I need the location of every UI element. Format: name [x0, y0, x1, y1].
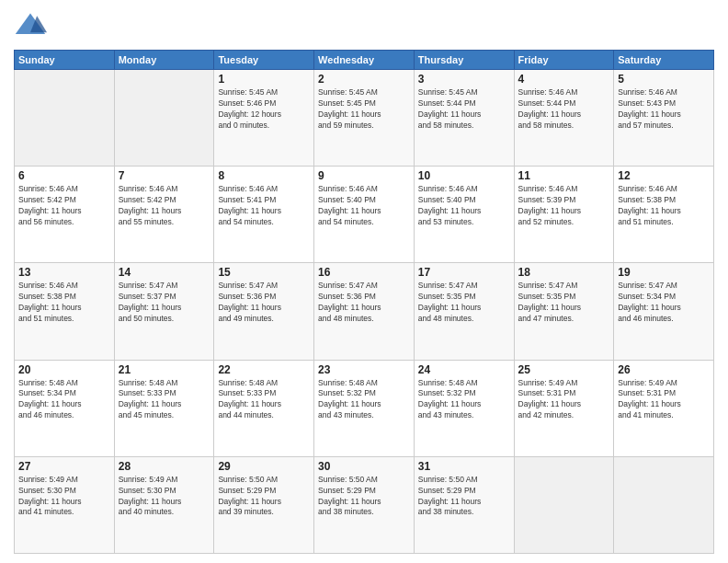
- day-info: Sunrise: 5:48 AM Sunset: 5:32 PM Dayligh…: [418, 378, 510, 422]
- day-number: 10: [418, 169, 510, 182]
- day-number: 23: [318, 363, 410, 376]
- calendar-cell: 22Sunrise: 5:48 AM Sunset: 5:33 PM Dayli…: [214, 360, 314, 456]
- calendar-cell: 17Sunrise: 5:47 AM Sunset: 5:35 PM Dayli…: [414, 263, 514, 360]
- day-info: Sunrise: 5:49 AM Sunset: 5:31 PM Dayligh…: [518, 378, 610, 422]
- day-info: Sunrise: 5:46 AM Sunset: 5:38 PM Dayligh…: [618, 184, 710, 228]
- day-number: 15: [218, 266, 310, 279]
- day-info: Sunrise: 5:48 AM Sunset: 5:34 PM Dayligh…: [18, 378, 110, 422]
- day-info: Sunrise: 5:45 AM Sunset: 5:45 PM Dayligh…: [318, 87, 410, 132]
- day-info: Sunrise: 5:48 AM Sunset: 5:33 PM Dayligh…: [119, 378, 210, 422]
- weekday-header-saturday: Saturday: [614, 51, 714, 70]
- day-info: Sunrise: 5:48 AM Sunset: 5:32 PM Dayligh…: [318, 378, 410, 422]
- day-number: 18: [518, 266, 610, 279]
- calendar-table: SundayMondayTuesdayWednesdayThursdayFrid…: [14, 50, 714, 554]
- calendar-cell: 1Sunrise: 5:45 AM Sunset: 5:46 PM Daylig…: [214, 70, 314, 167]
- day-info: Sunrise: 5:47 AM Sunset: 5:35 PM Dayligh…: [418, 281, 510, 325]
- calendar-cell: 2Sunrise: 5:45 AM Sunset: 5:45 PM Daylig…: [314, 70, 415, 167]
- calendar-cell: 30Sunrise: 5:50 AM Sunset: 5:29 PM Dayli…: [314, 456, 415, 553]
- calendar-cell: 15Sunrise: 5:47 AM Sunset: 5:36 PM Dayli…: [214, 263, 314, 360]
- weekday-header-row: SundayMondayTuesdayWednesdayThursdayFrid…: [15, 51, 714, 70]
- calendar-cell: 21Sunrise: 5:48 AM Sunset: 5:33 PM Dayli…: [114, 360, 214, 456]
- weekday-header-wednesday: Wednesday: [314, 51, 415, 70]
- day-info: Sunrise: 5:47 AM Sunset: 5:34 PM Dayligh…: [618, 281, 710, 325]
- calendar-cell: 28Sunrise: 5:49 AM Sunset: 5:30 PM Dayli…: [114, 456, 214, 553]
- day-info: Sunrise: 5:46 AM Sunset: 5:42 PM Dayligh…: [18, 184, 110, 228]
- day-number: 27: [18, 460, 110, 473]
- weekday-header-thursday: Thursday: [414, 51, 514, 70]
- day-info: Sunrise: 5:50 AM Sunset: 5:29 PM Dayligh…: [218, 475, 310, 519]
- calendar-cell: [15, 70, 115, 167]
- day-number: 31: [418, 460, 510, 473]
- day-info: Sunrise: 5:46 AM Sunset: 5:40 PM Dayligh…: [418, 184, 510, 228]
- day-number: 30: [318, 460, 410, 473]
- calendar-cell: 16Sunrise: 5:47 AM Sunset: 5:36 PM Dayli…: [314, 263, 415, 360]
- day-number: 8: [218, 169, 310, 182]
- day-number: 12: [618, 169, 710, 182]
- day-number: 24: [418, 363, 510, 376]
- weekday-header-tuesday: Tuesday: [214, 51, 314, 70]
- calendar-cell: 6Sunrise: 5:46 AM Sunset: 5:42 PM Daylig…: [15, 167, 115, 263]
- day-info: Sunrise: 5:47 AM Sunset: 5:36 PM Dayligh…: [318, 281, 410, 325]
- day-number: 5: [618, 73, 710, 86]
- calendar-cell: 25Sunrise: 5:49 AM Sunset: 5:31 PM Dayli…: [514, 360, 614, 456]
- weekday-header-monday: Monday: [114, 51, 214, 70]
- week-row-5: 27Sunrise: 5:49 AM Sunset: 5:30 PM Dayli…: [15, 456, 714, 553]
- calendar-cell: 3Sunrise: 5:45 AM Sunset: 5:44 PM Daylig…: [414, 70, 514, 167]
- day-number: 21: [119, 363, 210, 376]
- week-row-4: 20Sunrise: 5:48 AM Sunset: 5:34 PM Dayli…: [15, 360, 714, 456]
- day-number: 7: [119, 169, 210, 182]
- day-number: 29: [218, 460, 310, 473]
- day-info: Sunrise: 5:49 AM Sunset: 5:30 PM Dayligh…: [18, 475, 110, 519]
- calendar-cell: 20Sunrise: 5:48 AM Sunset: 5:34 PM Dayli…: [15, 360, 115, 456]
- day-info: Sunrise: 5:46 AM Sunset: 5:39 PM Dayligh…: [518, 184, 610, 228]
- calendar-cell: 31Sunrise: 5:50 AM Sunset: 5:29 PM Dayli…: [414, 456, 514, 553]
- week-row-3: 13Sunrise: 5:46 AM Sunset: 5:38 PM Dayli…: [15, 263, 714, 360]
- logo-icon: [14, 9, 47, 42]
- day-info: Sunrise: 5:47 AM Sunset: 5:37 PM Dayligh…: [119, 281, 210, 325]
- week-row-2: 6Sunrise: 5:46 AM Sunset: 5:42 PM Daylig…: [15, 167, 714, 263]
- day-info: Sunrise: 5:46 AM Sunset: 5:40 PM Dayligh…: [318, 184, 410, 228]
- day-number: 26: [618, 363, 710, 376]
- calendar-cell: 14Sunrise: 5:47 AM Sunset: 5:37 PM Dayli…: [114, 263, 214, 360]
- day-number: 2: [318, 73, 410, 86]
- logo: [14, 9, 49, 42]
- calendar-cell: 12Sunrise: 5:46 AM Sunset: 5:38 PM Dayli…: [614, 167, 714, 263]
- day-number: 4: [518, 73, 610, 86]
- day-number: 13: [18, 266, 110, 279]
- day-info: Sunrise: 5:50 AM Sunset: 5:29 PM Dayligh…: [318, 475, 410, 519]
- calendar-cell: 23Sunrise: 5:48 AM Sunset: 5:32 PM Dayli…: [314, 360, 415, 456]
- day-info: Sunrise: 5:46 AM Sunset: 5:44 PM Dayligh…: [518, 87, 610, 132]
- calendar-cell: 4Sunrise: 5:46 AM Sunset: 5:44 PM Daylig…: [514, 70, 614, 167]
- day-info: Sunrise: 5:46 AM Sunset: 5:42 PM Dayligh…: [119, 184, 210, 228]
- day-info: Sunrise: 5:48 AM Sunset: 5:33 PM Dayligh…: [218, 378, 310, 422]
- day-info: Sunrise: 5:49 AM Sunset: 5:30 PM Dayligh…: [119, 475, 210, 519]
- calendar-cell: 5Sunrise: 5:46 AM Sunset: 5:43 PM Daylig…: [614, 70, 714, 167]
- calendar-cell: 13Sunrise: 5:46 AM Sunset: 5:38 PM Dayli…: [15, 263, 115, 360]
- day-number: 1: [218, 73, 310, 86]
- calendar-cell: 7Sunrise: 5:46 AM Sunset: 5:42 PM Daylig…: [114, 167, 214, 263]
- calendar-cell: [114, 70, 214, 167]
- day-info: Sunrise: 5:45 AM Sunset: 5:44 PM Dayligh…: [418, 87, 510, 132]
- calendar-cell: 18Sunrise: 5:47 AM Sunset: 5:35 PM Dayli…: [514, 263, 614, 360]
- header: [14, 9, 714, 42]
- calendar-cell: [614, 456, 714, 553]
- weekday-header-sunday: Sunday: [15, 51, 115, 70]
- calendar-cell: 9Sunrise: 5:46 AM Sunset: 5:40 PM Daylig…: [314, 167, 415, 263]
- calendar-cell: 11Sunrise: 5:46 AM Sunset: 5:39 PM Dayli…: [514, 167, 614, 263]
- calendar-cell: 8Sunrise: 5:46 AM Sunset: 5:41 PM Daylig…: [214, 167, 314, 263]
- day-number: 22: [218, 363, 310, 376]
- day-info: Sunrise: 5:46 AM Sunset: 5:38 PM Dayligh…: [18, 281, 110, 325]
- day-info: Sunrise: 5:47 AM Sunset: 5:36 PM Dayligh…: [218, 281, 310, 325]
- day-info: Sunrise: 5:49 AM Sunset: 5:31 PM Dayligh…: [618, 378, 710, 422]
- weekday-header-friday: Friday: [514, 51, 614, 70]
- day-number: 17: [418, 266, 510, 279]
- day-number: 6: [18, 169, 110, 182]
- calendar-cell: 27Sunrise: 5:49 AM Sunset: 5:30 PM Dayli…: [15, 456, 115, 553]
- day-info: Sunrise: 5:45 AM Sunset: 5:46 PM Dayligh…: [218, 87, 310, 132]
- page: SundayMondayTuesdayWednesdayThursdayFrid…: [0, 0, 728, 563]
- day-number: 20: [18, 363, 110, 376]
- calendar-cell: 19Sunrise: 5:47 AM Sunset: 5:34 PM Dayli…: [614, 263, 714, 360]
- day-number: 16: [318, 266, 410, 279]
- calendar-cell: [514, 456, 614, 553]
- day-info: Sunrise: 5:47 AM Sunset: 5:35 PM Dayligh…: [518, 281, 610, 325]
